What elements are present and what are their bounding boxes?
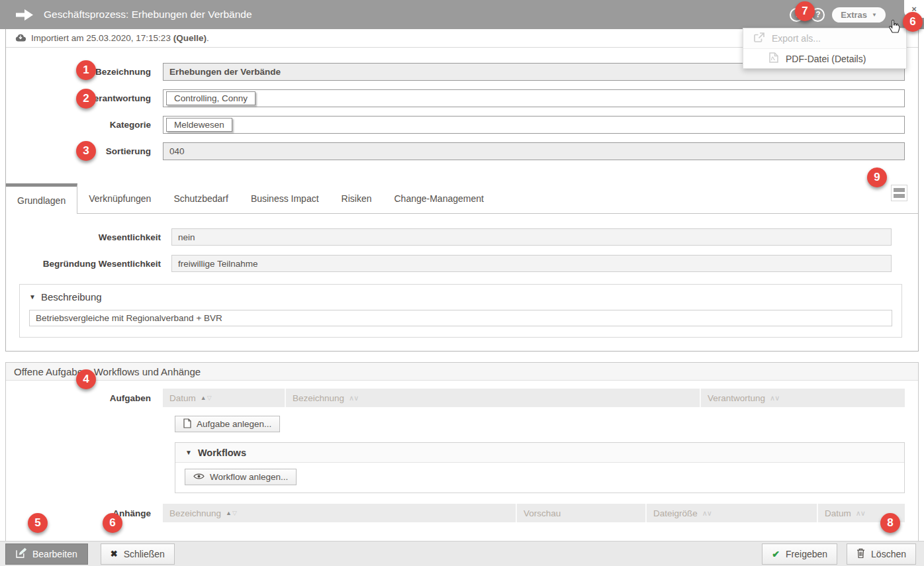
pdf-file-icon <box>769 52 778 65</box>
anhaenge-table-header: Bezeichnung ▲▽ Vorschau Dateigröße ∧∨ Da… <box>163 504 905 522</box>
bezeichnung-value: Erhebungen der Verbände <box>169 67 281 77</box>
aufgaben-label: Aufgaben <box>6 393 163 403</box>
checkmark-icon: ✔ <box>772 549 780 559</box>
begruendung-field: freiwillige Teilnahme <box>171 255 892 272</box>
beschreibung-value: Betriebsvergleiche mit Regionalverband +… <box>36 313 222 323</box>
annotation-badge-5: 5 <box>28 513 48 533</box>
workflows-section: ▼ Workflows Workflow anlegen... <box>175 442 905 493</box>
row-aufgaben: Aufgaben Datum ▲▽ Bezeichnung ∧∨ Verantw… <box>6 389 918 407</box>
new-task-file-icon <box>183 418 191 430</box>
row-begruendung: Begründung Wesentlichkeit freiwillige Te… <box>6 255 918 272</box>
menu-item-pdf-datei[interactable]: PDF-Datei (Details) <box>743 48 906 68</box>
begruendung-value: freiwillige Teilnahme <box>178 259 258 269</box>
chevron-down-icon: ▼ <box>872 12 877 18</box>
sort-icon: ∧∨ <box>349 394 358 402</box>
form-row-verantwortung: Verantwortung Controlling, Conny <box>6 89 918 107</box>
annotation-badge-4: 4 <box>76 369 96 389</box>
sort-icon: ∧∨ <box>702 509 712 518</box>
form-row-kategorie: Kategorie Meldewesen <box>6 116 918 134</box>
list-view-toggle-icon[interactable] <box>891 185 907 201</box>
beschreibung-section: ▼ Beschreibung Betriebsvergleiche mit Re… <box>19 284 902 338</box>
column-header-datum[interactable]: Datum ▲▽ <box>163 389 286 407</box>
menu-item-label: Export als... <box>772 33 821 44</box>
tab-change-management[interactable]: Change-Management <box>383 183 495 213</box>
workflows-title: Workflows <box>198 448 246 458</box>
tasks-panel: Offene Aufgaben, Workflows und Anhänge A… <box>5 362 919 549</box>
action-bar: Bearbeiten ✖ Schließen ✔ Freigeben Lösch… <box>0 541 924 566</box>
kategorie-field: Meldewesen <box>163 116 905 134</box>
column-header-bezeichnung[interactable]: Bezeichnung ∧∨ <box>286 389 701 407</box>
freigeben-button[interactable]: ✔ Freigeben <box>762 543 837 565</box>
annotation-badge-9: 9 <box>867 167 887 187</box>
tab-bar: Grundlagen Verknüpfungen Schutzbedarf Bu… <box>6 183 918 214</box>
verantwortung-chip[interactable]: Controlling, Conny <box>166 91 255 105</box>
aufgabe-anlegen-button[interactable]: Aufgabe anlegen... <box>175 416 280 432</box>
annotation-badge-2: 2 <box>76 89 96 109</box>
process-arrow-icon <box>16 9 33 21</box>
tab-business-impact[interactable]: Business Impact <box>240 183 330 213</box>
workflows-collapse-header[interactable]: ▼ Workflows <box>175 443 904 463</box>
form-row-sortierung: Sortierung 040 <box>6 142 918 160</box>
column-header-bezeichnung[interactable]: Bezeichnung ▲▽ <box>163 504 517 522</box>
extras-button[interactable]: Extras ▼ <box>832 7 886 23</box>
export-icon <box>754 32 764 45</box>
schliessen-button[interactable]: ✖ Schließen <box>101 543 175 565</box>
verantwortung-field: Controlling, Conny <box>163 89 905 107</box>
row-anhaenge: Anhänge Bezeichnung ▲▽ Vorschau Dateigrö… <box>6 504 918 522</box>
begruendung-label: Begründung Wesentlichkeit <box>6 259 171 269</box>
loeschen-button[interactable]: Löschen <box>847 543 916 565</box>
column-header-vorschau: Vorschau <box>517 504 647 522</box>
close-x-icon: ✖ <box>111 549 118 559</box>
extras-menu: Export als... PDF-Datei (Details) <box>743 28 907 69</box>
aufgaben-table-header: Datum ▲▽ Bezeichnung ∧∨ Verantwortung ∧∨ <box>163 389 905 407</box>
tab-risiken[interactable]: Risiken <box>330 183 383 213</box>
sortierung-field: 040 <box>163 142 905 160</box>
menu-item-export-als: Export als... <box>743 28 906 48</box>
annotation-badge-6-bottom: 6 <box>103 513 122 533</box>
beschreibung-title: Beschreibung <box>41 291 102 303</box>
row-wesentlichkeit: Wesentlichkeit nein <box>6 228 918 246</box>
annotation-badge-3: 3 <box>76 141 96 161</box>
sort-icon: ▲▽ <box>201 395 212 401</box>
tab-content-grundlagen: Wesentlichkeit nein Begründung Wesentlic… <box>6 214 918 351</box>
bearbeiten-button[interactable]: Bearbeiten <box>5 543 88 565</box>
column-header-verantwortung[interactable]: Verantwortung ∧∨ <box>701 389 905 407</box>
annotation-badge-8: 8 <box>880 513 900 533</box>
kategorie-chip[interactable]: Meldewesen <box>166 118 232 132</box>
column-header-dateigroesse[interactable]: Dateigröße ∧∨ <box>647 504 818 522</box>
annotation-badge-7: 7 <box>795 1 815 21</box>
tab-schutzbedarf[interactable]: Schutzbedarf <box>162 183 240 213</box>
sort-icon: ∧∨ <box>770 394 779 402</box>
trash-icon <box>856 548 865 560</box>
tasks-panel-title: Offene Aufgaben, Workflows und Anhänge <box>6 363 918 381</box>
detail-panel: Importiert am 25.03.2020, 17:15:23 (Quel… <box>5 29 919 352</box>
hand-cursor-icon <box>888 18 901 36</box>
kategorie-label: Kategorie <box>6 120 163 130</box>
title-bar: Geschäftsprozess: Erhebungen der Verbänd… <box>0 0 924 29</box>
wesentlichkeit-value: nein <box>178 232 195 242</box>
beschreibung-field: Betriebsvergleiche mit Regionalverband +… <box>29 310 892 326</box>
page-title: Geschäftsprozess: Erhebungen der Verbänd… <box>44 9 252 21</box>
tab-grundlagen[interactable]: Grundlagen <box>6 183 77 214</box>
collapse-arrow-icon: ▼ <box>29 293 36 301</box>
import-text: Importiert am 25.03.2020, 17:15:23 (Quel… <box>31 33 209 43</box>
sort-icon: ∧∨ <box>856 509 865 518</box>
collapse-arrow-icon: ▼ <box>185 449 192 456</box>
eye-icon <box>193 472 205 482</box>
annotation-badge-6-top: 6 <box>903 12 923 32</box>
menu-item-label: PDF-Datei (Details) <box>786 54 866 64</box>
import-cloud-icon <box>15 33 26 44</box>
annotation-badge-1: 1 <box>76 60 96 80</box>
workflow-anlegen-button[interactable]: Workflow anlegen... <box>185 469 297 485</box>
sort-icon: ▲▽ <box>226 510 237 516</box>
edit-pencil-icon <box>16 547 26 560</box>
wesentlichkeit-label: Wesentlichkeit <box>6 232 171 242</box>
beschreibung-collapse-header[interactable]: ▼ Beschreibung <box>29 291 892 303</box>
import-source: (Quelle) <box>173 33 207 43</box>
extras-button-label: Extras <box>841 10 867 20</box>
tab-verknuepfungen[interactable]: Verknüpfungen <box>77 183 162 213</box>
wesentlichkeit-field: nein <box>171 228 892 246</box>
sortierung-value: 040 <box>169 146 185 156</box>
